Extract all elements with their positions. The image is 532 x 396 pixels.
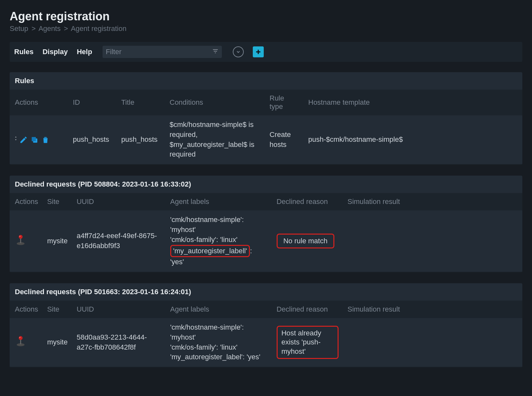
toolbar: Rules Display Help [10, 42, 522, 62]
page-title: Agent registration [10, 10, 522, 23]
declined-table: Actions Site UUID Agent labels Declined … [10, 193, 522, 272]
table-row: ˄˅ push_hosts push_hosts [10, 115, 522, 164]
cell-uuid: a4ff7d24-eeef-49ef-8675-e16d6abbf9f3 [72, 210, 165, 272]
menu-rules[interactable]: Rules [14, 48, 34, 56]
breadcrumb-sep: > [32, 24, 36, 33]
cell-rule-type: Create hosts [264, 115, 303, 164]
table-row: mysite a4ff7d24-eeef-49ef-8675-e16d6abbf… [10, 210, 522, 272]
cell-site: mysite [42, 210, 72, 272]
col-conditions: Conditions [164, 90, 264, 115]
label-line: 'cmk/os-family': 'linux' [170, 235, 268, 245]
table-row: mysite 58d0aa93-2213-4644-a27c-fbb708642… [10, 318, 522, 367]
col-declined-reason: Declined reason [271, 301, 342, 318]
filter-input[interactable] [106, 48, 212, 56]
filter-box[interactable] [103, 46, 222, 58]
cell-declined-reason: Host already exists 'push-myhost' [271, 318, 342, 367]
col-site: Site [42, 193, 72, 210]
col-hostname-template: Hostname template [303, 90, 522, 115]
breadcrumb-item[interactable]: Agent registration [71, 24, 126, 33]
cell-site: mysite [42, 318, 72, 367]
col-declined-reason: Declined reason [271, 193, 342, 210]
col-uuid: UUID [72, 301, 165, 318]
col-simulation-result: Simulation result [342, 193, 522, 210]
svg-point-10 [19, 236, 20, 237]
sort-handle-icon[interactable]: ˄˅ [15, 137, 17, 142]
edit-icon[interactable] [19, 136, 28, 144]
svg-point-9 [19, 235, 23, 239]
label-highlighted: 'my_autoregister_labell' [170, 245, 250, 257]
label-line: 'cmk/hostname-simple': 'myhost' [170, 215, 268, 235]
col-site: Site [42, 301, 72, 318]
col-uuid: UUID [72, 193, 165, 210]
col-title: Title [116, 90, 164, 115]
rules-panel-title: Rules [10, 72, 522, 90]
declined-reason-text: No rule match [277, 234, 334, 249]
col-rule-type: Rule type [264, 90, 303, 115]
menu-display[interactable]: Display [43, 48, 68, 56]
col-agent-labels: Agent labels [165, 193, 271, 210]
cell-id: push_hosts [68, 115, 116, 164]
add-button[interactable] [253, 46, 264, 57]
menu-help[interactable]: Help [77, 48, 92, 56]
svg-rect-6 [32, 137, 36, 141]
col-simulation-result: Simulation result [342, 301, 522, 318]
breadcrumb: Setup > Agents > Agent registration [10, 24, 522, 33]
rules-table: Actions ID Title Conditions Rule type Ho… [10, 90, 522, 164]
cell-agent-labels: 'cmk/hostname-simple': 'myhost' 'cmk/os-… [165, 210, 271, 272]
simulate-icon[interactable] [15, 234, 26, 246]
simulate-icon[interactable] [15, 335, 26, 347]
cell-agent-labels: 'cmk/hostname-simple': 'myhost' 'cmk/os-… [165, 318, 271, 367]
cell-simulation-result [342, 210, 522, 272]
col-actions: Actions [10, 90, 68, 115]
filter-icon [212, 48, 219, 56]
cell-uuid: 58d0aa93-2213-4644-a27c-fbb708642f8f [72, 318, 165, 367]
delete-icon[interactable] [41, 136, 50, 144]
breadcrumb-item[interactable]: Setup [10, 24, 28, 33]
col-actions: Actions [10, 301, 42, 318]
breadcrumb-item[interactable]: Agents [38, 24, 61, 33]
clone-icon[interactable] [30, 136, 39, 144]
collapse-button[interactable] [233, 46, 244, 57]
rules-panel: Rules Actions ID Title Conditions Rule t… [10, 72, 522, 165]
cell-simulation-result [342, 318, 522, 367]
col-agent-labels: Agent labels [165, 301, 271, 318]
col-id: ID [68, 90, 116, 115]
svg-point-14 [19, 337, 20, 338]
cell-hostname-template: push-$cmk/hostname-simple$ [303, 115, 522, 164]
cell-title: push_hosts [116, 115, 164, 164]
cell-declined-reason: No rule match [271, 210, 342, 272]
col-actions: Actions [10, 193, 42, 210]
cell-conditions: $cmk/hostname-simple$ is required, $my_a… [164, 115, 264, 164]
breadcrumb-sep: > [64, 24, 68, 33]
declined-panel: Declined requests (PID 508804: 2023-01-1… [10, 176, 522, 272]
declined-panel: Declined requests (PID 501663: 2023-01-1… [10, 283, 522, 367]
declined-panel-title: Declined requests (PID 508804: 2023-01-1… [10, 176, 522, 193]
svg-point-13 [19, 336, 23, 340]
declined-reason-text: Host already exists 'push-myhost' [277, 326, 339, 359]
declined-panel-title: Declined requests (PID 501663: 2023-01-1… [10, 283, 522, 301]
declined-table: Actions Site UUID Agent labels Declined … [10, 301, 522, 367]
